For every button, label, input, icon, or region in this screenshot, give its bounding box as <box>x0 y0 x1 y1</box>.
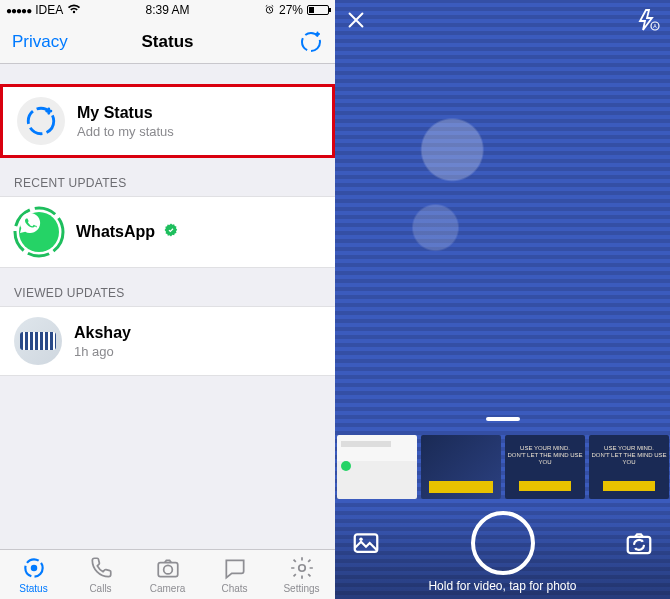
svg-point-8 <box>298 565 305 572</box>
switch-camera-icon[interactable] <box>624 528 654 558</box>
viewed-updates-header: VIEWED UPDATES <box>0 268 335 306</box>
carrier-label: IDEA <box>35 3 63 17</box>
alarm-icon <box>264 4 275 17</box>
svg-text:A: A <box>653 23 657 29</box>
viewed-item-time: 1h ago <box>74 344 131 359</box>
svg-point-12 <box>359 538 363 542</box>
signal-icon: ●●●●● <box>6 5 31 16</box>
viewed-avatar <box>14 317 62 365</box>
gallery-thumb[interactable]: USE YOUR MIND. DON'T LET THE MIND USE YO… <box>589 435 669 499</box>
tab-chats[interactable]: Chats <box>201 550 268 599</box>
verified-badge-icon <box>164 223 178 240</box>
status-screen: ●●●●● IDEA 8:39 AM 27% Privacy Status My… <box>0 0 335 599</box>
viewed-item-name: Akshay <box>74 324 131 342</box>
gallery-thumb-strip[interactable]: USE YOUR MIND. DON'T LET THE MIND USE YO… <box>335 435 670 501</box>
thumb-text: USE YOUR MIND. <box>589 445 669 452</box>
status-ring-icon <box>14 207 64 257</box>
tab-label: Chats <box>221 583 247 594</box>
svg-point-5 <box>30 565 37 572</box>
tab-label: Calls <box>89 583 111 594</box>
gallery-drawer-handle[interactable] <box>486 417 520 421</box>
recent-item-whatsapp[interactable]: WhatsApp <box>0 196 335 268</box>
nav-bar: Privacy Status <box>0 20 335 64</box>
my-status-title: My Status <box>77 104 174 122</box>
thumb-text: USE YOUR MIND. <box>505 445 585 452</box>
shutter-button[interactable] <box>471 511 535 575</box>
my-status-subtitle: Add to my status <box>77 124 174 139</box>
ios-status-bar: ●●●●● IDEA 8:39 AM 27% <box>0 0 335 20</box>
compose-status-icon[interactable] <box>299 30 323 54</box>
tab-bar: Status Calls Camera Chats Settings <box>0 549 335 599</box>
thumb-text: DON'T LET THE MIND USE YOU <box>589 452 669 466</box>
flash-auto-icon[interactable]: A <box>636 8 660 32</box>
camera-screen: A USE YOUR MIND. DON'T LET THE MIND USE … <box>335 0 670 599</box>
privacy-link[interactable]: Privacy <box>12 32 68 52</box>
svg-point-7 <box>163 565 172 574</box>
my-status-row[interactable]: My Status Add to my status <box>0 84 335 158</box>
tab-settings[interactable]: Settings <box>268 550 335 599</box>
svg-rect-11 <box>355 534 378 552</box>
tab-status[interactable]: Status <box>0 550 67 599</box>
gallery-icon[interactable] <box>351 528 381 558</box>
thumb-text: DON'T LET THE MIND USE YOU <box>505 452 585 466</box>
whatsapp-avatar-icon <box>19 212 59 252</box>
gallery-thumb[interactable] <box>337 435 417 499</box>
viewed-item-akshay[interactable]: Akshay 1h ago <box>0 306 335 376</box>
recent-updates-header: RECENT UPDATES <box>0 158 335 196</box>
camera-hint-label: Hold for video, tap for photo <box>335 579 670 593</box>
gallery-thumb[interactable]: USE YOUR MIND. DON'T LET THE MIND USE YO… <box>505 435 585 499</box>
recent-item-name: WhatsApp <box>76 223 178 241</box>
wifi-icon <box>67 3 81 17</box>
tab-camera[interactable]: Camera <box>134 550 201 599</box>
my-status-avatar <box>17 97 65 145</box>
tab-label: Status <box>19 583 47 594</box>
tab-calls[interactable]: Calls <box>67 550 134 599</box>
recent-item-name-text: WhatsApp <box>76 223 155 240</box>
tab-label: Camera <box>150 583 186 594</box>
battery-pct-label: 27% <box>279 3 303 17</box>
battery-icon <box>307 5 329 15</box>
tab-label: Settings <box>283 583 319 594</box>
close-icon[interactable] <box>345 9 367 31</box>
gallery-thumb[interactable] <box>421 435 501 499</box>
